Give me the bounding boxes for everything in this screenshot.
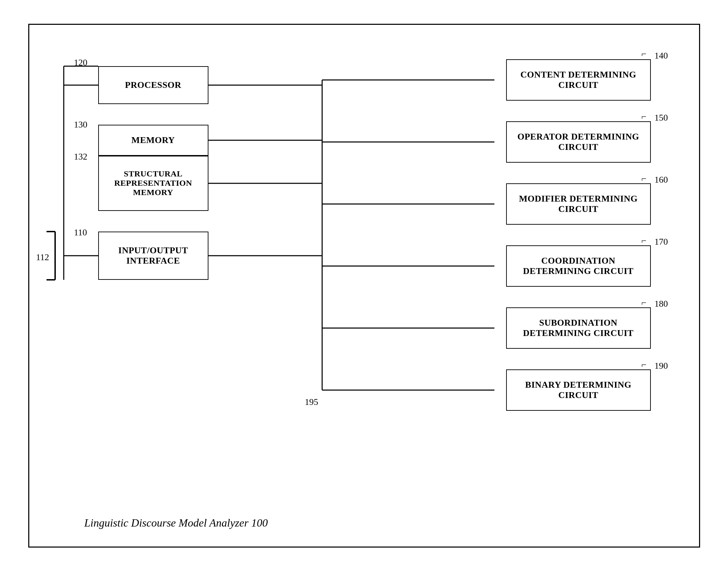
ref-132: 132 — [74, 152, 88, 162]
ref-190: 190 — [655, 361, 668, 371]
ref-150: 150 — [655, 113, 668, 123]
diagram-caption: Linguistic Discourse Model Analyzer 100 — [84, 517, 268, 529]
operator-label: OPERATOR DETERMINING CIRCUIT — [517, 132, 639, 152]
ref-150-tick: ⌐ — [642, 112, 647, 122]
ref-170-tick: ⌐ — [642, 236, 647, 246]
page: PROCESSOR MEMORY STRUCTURAL REPRESENTATI… — [0, 0, 728, 571]
subordination-box: SUBORDINATION DETERMINING CIRCUIT — [506, 307, 651, 349]
ref-120: 120 — [74, 58, 88, 68]
processor-box: PROCESSOR — [98, 66, 208, 104]
ref-180: 180 — [655, 299, 668, 309]
struct-mem-label: STRUCTURAL REPRESENTATION MEMORY — [114, 169, 192, 197]
coordination-label: COORDINATION DETERMINING CIRCUIT — [523, 256, 634, 276]
ref-110: 110 — [74, 227, 87, 238]
ref-160-tick: ⌐ — [642, 174, 647, 184]
content-box: CONTENT DETERMINING CIRCUIT — [506, 59, 651, 101]
coordination-box: COORDINATION DETERMINING CIRCUIT — [506, 245, 651, 287]
ref-180-tick: ⌐ — [642, 298, 647, 308]
diagram-container: PROCESSOR MEMORY STRUCTURAL REPRESENTATI… — [28, 24, 700, 548]
binary-label: BINARY DETERMINING CIRCUIT — [525, 380, 631, 400]
operator-box: OPERATOR DETERMINING CIRCUIT — [506, 121, 651, 163]
ref-140-tick: ⌐ — [642, 49, 647, 59]
memory-label: MEMORY — [131, 135, 175, 145]
ref-140: 140 — [655, 51, 668, 61]
binary-box: BINARY DETERMINING CIRCUIT — [506, 369, 651, 411]
ref-195: 195 — [305, 397, 318, 407]
ref-160: 160 — [655, 175, 668, 185]
memory-box: MEMORY — [98, 125, 208, 156]
ref-170: 170 — [655, 237, 668, 247]
modifier-label: MODIFIER DETERMINING CIRCUIT — [519, 194, 637, 214]
io-label: INPUT/OUTPUT INTERFACE — [118, 245, 188, 266]
ref-190-tick: ⌐ — [642, 360, 647, 370]
ref-112: 112 — [36, 252, 49, 263]
modifier-box: MODIFIER DETERMINING CIRCUIT — [506, 183, 651, 225]
subordination-label: SUBORDINATION DETERMINING CIRCUIT — [523, 318, 634, 338]
struct-mem-box: STRUCTURAL REPRESENTATION MEMORY — [98, 156, 208, 211]
processor-label: PROCESSOR — [125, 80, 181, 90]
ref-130: 130 — [74, 120, 88, 130]
content-label: CONTENT DETERMINING CIRCUIT — [520, 70, 636, 90]
io-box: INPUT/OUTPUT INTERFACE — [98, 232, 208, 280]
